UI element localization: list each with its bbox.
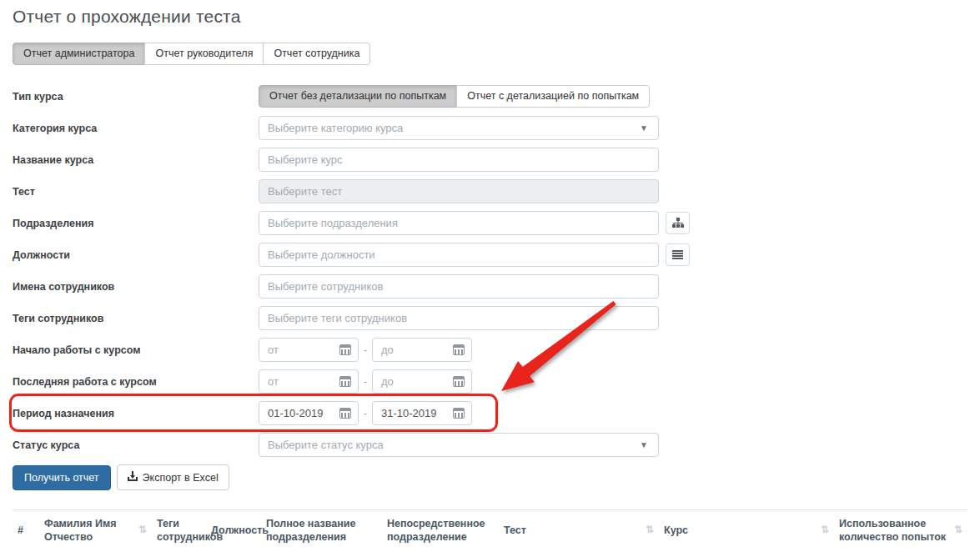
category-label: Категория курса [13, 123, 259, 134]
chevron-down-icon: ▼ [640, 440, 648, 449]
report-table: # Фамилия Имя Отчество⇅ Теги сотрудников… [13, 509, 967, 547]
page-title: Отчет о прохождении теста [13, 7, 967, 27]
course-type-toggle: Отчет без детализации по попыткам Отчет … [259, 85, 650, 108]
test-row: Тест [13, 179, 967, 203]
sort-icon[interactable]: ⇅ [821, 524, 829, 537]
tab-manager-report[interactable]: Отчет руководителя [144, 43, 264, 65]
assignment-period-row: Период назначения 01-10-2019 - 31-10-201… [13, 401, 967, 425]
positions-row: Должности [13, 243, 967, 267]
chevron-down-icon: ▼ [640, 123, 648, 133]
report-filter-form: Тип курса Отчет без детализации по попыт… [13, 84, 967, 457]
col-header-full-name[interactable]: Фамилия Имя Отчество⇅ [39, 510, 152, 547]
employee-tags-row: Теги сотрудников [13, 306, 967, 330]
course-start-to-input[interactable]: до [372, 338, 472, 362]
col-header-used-attempts[interactable]: Использованное количество попыток⇅ [834, 510, 967, 547]
category-select[interactable]: Выберите категорию курса ▼ [259, 116, 659, 140]
employees-label: Имена сотрудников [13, 281, 259, 293]
departments-row: Подразделения [13, 211, 967, 235]
course-start-from-input[interactable]: от [259, 338, 359, 362]
tab-admin-report[interactable]: Отчет администратора [13, 43, 145, 65]
course-last-to-input[interactable]: до [372, 369, 472, 394]
positions-list-button[interactable] [666, 243, 690, 266]
departments-label: Подразделения [13, 218, 259, 229]
course-type-row: Тип курса Отчет без детализации по попыт… [13, 84, 967, 108]
calendar-icon[interactable] [453, 376, 465, 387]
date-range-dash: - [364, 344, 367, 356]
sort-icon[interactable]: ⇅ [954, 524, 962, 537]
date-range-dash: - [364, 376, 367, 388]
department-tree-button[interactable] [666, 212, 690, 234]
course-start-label: Начало работы с курсом [13, 344, 259, 356]
get-report-button[interactable]: Получить отчет [13, 465, 111, 490]
sitemap-icon [672, 218, 684, 228]
sort-icon[interactable]: ⇅ [138, 524, 147, 537]
test-input [259, 179, 659, 203]
col-header-course[interactable]: Курс⇅ [659, 510, 834, 547]
course-start-row: Начало работы с курсом от - до [13, 338, 967, 362]
calendar-icon[interactable] [453, 408, 465, 419]
col-header-direct-department: Непосредственное подразделение [382, 510, 499, 547]
report-tabs: Отчет администратора Отчет руководителя … [13, 43, 370, 65]
test-label: Тест [13, 186, 259, 198]
download-icon [128, 471, 138, 484]
course-name-input[interactable] [259, 148, 659, 172]
course-type-label: Тип курса [13, 91, 259, 103]
col-header-employee-tags: Теги сотрудников [152, 510, 206, 547]
assignment-period-from-input[interactable]: 01-10-2019 [259, 401, 359, 425]
course-status-label: Статус курса [13, 439, 259, 451]
calendar-icon[interactable] [453, 344, 465, 355]
assignment-period-label: Период назначения [13, 408, 259, 419]
report-page: Отчет о прохождении теста Отчет админист… [0, 0, 980, 547]
toggle-report-with-detail[interactable]: Отчет с детализацией по попыткам [456, 85, 650, 108]
course-last-row: Последняя работа с курсом от - до [13, 369, 967, 394]
category-row: Категория курса Выберите категорию курса… [13, 116, 967, 140]
positions-input[interactable] [259, 243, 659, 267]
course-name-label: Название курса [13, 154, 259, 166]
employee-tags-input[interactable] [259, 306, 659, 330]
course-last-label: Последняя работа с курсом [13, 376, 259, 388]
tab-employee-report[interactable]: Отчет сотрудника [263, 43, 370, 65]
course-last-from-input[interactable]: от [259, 369, 359, 394]
sort-icon[interactable]: ⇅ [646, 524, 654, 537]
course-status-row: Статус курса Выберите статус курса ▼ [13, 433, 967, 457]
employee-tags-label: Теги сотрудников [13, 313, 259, 324]
list-icon [672, 250, 683, 259]
export-excel-button[interactable]: Экспорт в Excel [117, 464, 229, 490]
category-placeholder: Выберите категорию курса [268, 122, 403, 134]
form-actions: Получить отчет Экспорт в Excel [13, 464, 967, 490]
calendar-icon[interactable] [339, 408, 351, 419]
col-header-index: # [13, 510, 39, 547]
toggle-report-no-detail[interactable]: Отчет без детализации по попыткам [259, 85, 457, 108]
employees-row: Имена сотрудников [13, 274, 967, 299]
col-header-full-department-name: Полное название подразделения [261, 510, 382, 547]
col-header-test[interactable]: Тест⇅ [499, 510, 659, 547]
table-header-row: # Фамилия Имя Отчество⇅ Теги сотрудников… [13, 510, 967, 547]
course-status-placeholder: Выберите статус курса [268, 439, 384, 451]
calendar-icon[interactable] [339, 376, 351, 387]
course-name-row: Название курса [13, 148, 967, 172]
positions-label: Должности [13, 249, 259, 261]
date-range-dash: - [364, 408, 367, 419]
assignment-period-to-input[interactable]: 31-10-2019 [372, 401, 472, 425]
course-status-select[interactable]: Выберите статус курса ▼ [259, 433, 659, 457]
employees-input[interactable] [259, 274, 659, 299]
calendar-icon[interactable] [339, 344, 351, 355]
departments-input[interactable] [259, 211, 659, 235]
